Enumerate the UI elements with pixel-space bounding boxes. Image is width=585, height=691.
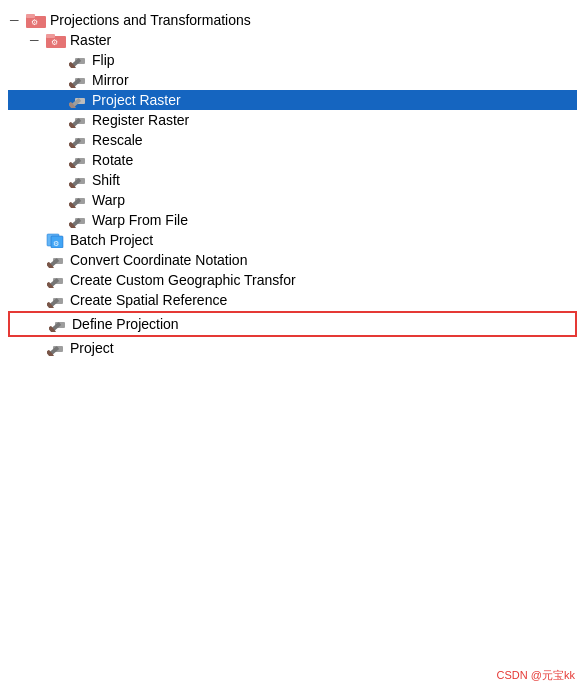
hammer-icon-create-custom-geo	[46, 272, 66, 288]
hammer-icon-warp	[68, 192, 88, 208]
hammer-icon-convert-coordinate	[46, 252, 66, 268]
hammer-icon-register-raster	[68, 112, 88, 128]
hammer-icon-flip	[68, 52, 88, 68]
tree-item-raster-group[interactable]: ─ ⚙ Raster	[8, 30, 577, 50]
tree-item-create-spatial-ref[interactable]: Create Spatial Reference	[8, 290, 577, 310]
spacer-project	[30, 341, 46, 355]
label-create-custom-geo: Create Custom Geographic Transfor	[70, 272, 296, 288]
hammer-icon-create-spatial-ref	[46, 292, 66, 308]
spacer-define-projection	[32, 317, 48, 331]
svg-text:⚙: ⚙	[51, 38, 58, 47]
label-convert-coordinate: Convert Coordinate Notation	[70, 252, 247, 268]
batch-icon: ⚙	[46, 232, 66, 248]
label-project-raster: Project Raster	[92, 92, 181, 108]
hammer-icon-project-raster	[68, 92, 88, 108]
label-define-projection: Define Projection	[72, 316, 179, 332]
tree-item-mirror[interactable]: Mirror	[8, 70, 577, 90]
label-register-raster: Register Raster	[92, 112, 189, 128]
spacer-rescale	[52, 133, 68, 147]
label-create-spatial-ref: Create Spatial Reference	[70, 292, 227, 308]
tree-item-define-projection[interactable]: Define Projection	[8, 311, 577, 337]
hammer-icon-define-projection	[48, 316, 68, 332]
spacer-flip	[52, 53, 68, 67]
label-rotate: Rotate	[92, 152, 133, 168]
spacer-mirror	[52, 73, 68, 87]
tree-item-project-raster[interactable]: Project Raster	[8, 90, 577, 110]
spacer-batch-project	[30, 233, 46, 247]
tree-item-batch-project[interactable]: ⚙ Batch Project	[8, 230, 577, 250]
hammer-icon-mirror	[68, 72, 88, 88]
folder-icon-root: ⚙	[26, 12, 46, 28]
spacer-shift	[52, 173, 68, 187]
tree-item-warp[interactable]: Warp	[8, 190, 577, 210]
tree-item-project[interactable]: Project	[8, 338, 577, 358]
hammer-icon-project	[46, 340, 66, 356]
expand-icon-raster[interactable]: ─	[30, 33, 46, 47]
spacer-create-custom-geo	[30, 273, 46, 287]
spacer-rotate	[52, 153, 68, 167]
svg-text:⚙: ⚙	[53, 240, 59, 247]
hammer-icon-rotate	[68, 152, 88, 168]
tree-item-shift[interactable]: Shift	[8, 170, 577, 190]
label-batch-project: Batch Project	[70, 232, 153, 248]
label-warp: Warp	[92, 192, 125, 208]
spacer-warp	[52, 193, 68, 207]
tree-item-warp-from-file[interactable]: Warp From File	[8, 210, 577, 230]
hammer-icon-shift	[68, 172, 88, 188]
label-shift: Shift	[92, 172, 120, 188]
label-warp-from-file: Warp From File	[92, 212, 188, 228]
tree-container: ─ ⚙ Projections and Transformations ─ ⚙ …	[0, 0, 585, 368]
watermark: CSDN @元宝kk	[497, 668, 575, 683]
tree-item-rotate[interactable]: Rotate	[8, 150, 577, 170]
spacer-warp-from-file	[52, 213, 68, 227]
tree-item-rescale[interactable]: Rescale	[8, 130, 577, 150]
tree-item-flip[interactable]: Flip	[8, 50, 577, 70]
hammer-icon-warp-from-file	[68, 212, 88, 228]
spacer-register-raster	[52, 113, 68, 127]
expand-icon-root[interactable]: ─	[10, 13, 26, 27]
tree-item-root[interactable]: ─ ⚙ Projections and Transformations	[8, 10, 577, 30]
tree-item-create-custom-geo[interactable]: Create Custom Geographic Transfor	[8, 270, 577, 290]
folder-icon-raster: ⚙	[46, 32, 66, 48]
hammer-icon-rescale	[68, 132, 88, 148]
label-rescale: Rescale	[92, 132, 143, 148]
label-project: Project	[70, 340, 114, 356]
spacer-project-raster	[52, 93, 68, 107]
svg-text:⚙: ⚙	[31, 18, 38, 27]
tree-item-register-raster[interactable]: Register Raster	[8, 110, 577, 130]
raster-group-label: Raster	[70, 32, 111, 48]
spacer-create-spatial-ref	[30, 293, 46, 307]
tree-item-convert-coordinate[interactable]: Convert Coordinate Notation	[8, 250, 577, 270]
label-flip: Flip	[92, 52, 115, 68]
label-mirror: Mirror	[92, 72, 129, 88]
spacer-convert-coordinate	[30, 253, 46, 267]
root-label: Projections and Transformations	[50, 12, 251, 28]
